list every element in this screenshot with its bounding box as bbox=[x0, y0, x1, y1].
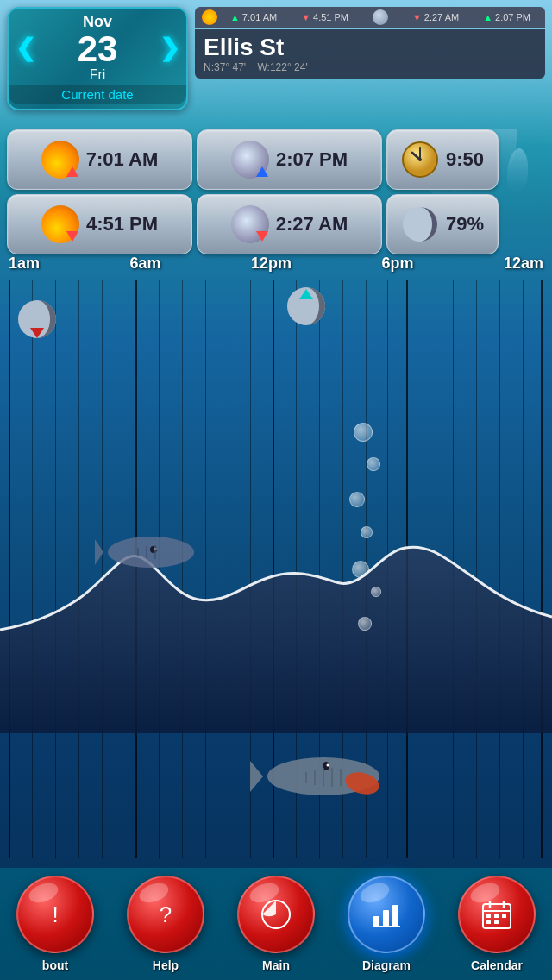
bubble-7 bbox=[358, 617, 372, 631]
diagram-button[interactable] bbox=[348, 876, 425, 953]
current-date-label: Current date bbox=[9, 85, 186, 104]
main-button[interactable] bbox=[237, 876, 315, 953]
svg-point-9 bbox=[418, 158, 422, 161]
timeline-moonrise-icon bbox=[285, 285, 328, 328]
down-arrow-overlay-icon bbox=[66, 231, 78, 242]
bubble-1 bbox=[354, 423, 373, 442]
nav-item-main[interactable]: Main bbox=[237, 876, 315, 972]
svg-rect-42 bbox=[494, 914, 499, 918]
status-times: ▲ 7:01 AM ▼ 4:51 PM ▼ 2:27 AM ▲ 2:07 PM bbox=[223, 9, 538, 25]
bubble-6 bbox=[371, 587, 381, 597]
timeline-12pm: 12pm bbox=[251, 254, 292, 273]
up-arrow2-icon: ▲ bbox=[483, 12, 492, 22]
bubble-4 bbox=[361, 526, 373, 538]
about-icon: ! bbox=[52, 901, 58, 928]
sunset-time: ▼ 4:51 PM bbox=[301, 9, 348, 25]
sunrise-time-text: 7:01 AM bbox=[86, 148, 159, 171]
nav-item-diagram[interactable]: Diagram bbox=[348, 876, 425, 972]
moon-status-icon bbox=[373, 9, 388, 25]
calendar-label: Calendar bbox=[471, 958, 523, 972]
help-button[interactable]: ? bbox=[127, 876, 204, 953]
timeline-6pm: 6pm bbox=[381, 254, 413, 273]
bottom-nav: ! bout ? Help Main bbox=[0, 868, 552, 980]
bubble-2 bbox=[367, 457, 380, 471]
up-arrow-icon: ▲ bbox=[230, 12, 240, 22]
main-label: Main bbox=[262, 958, 290, 972]
diagram-label: Diagram bbox=[362, 958, 411, 972]
help-icon: ? bbox=[160, 901, 172, 928]
calendar-button[interactable] bbox=[458, 876, 536, 953]
svg-rect-41 bbox=[486, 914, 491, 918]
help-label: Help bbox=[153, 958, 179, 972]
next-date-button[interactable]: ❯ bbox=[160, 34, 179, 62]
top-header: ❮ Nov 23 Fri ❯ Current date ▲ 7:01 AM ▼ … bbox=[0, 0, 552, 116]
sunset-icon bbox=[41, 205, 79, 243]
location-bar: Ellis St N:37° 47' W:122° 24' bbox=[195, 29, 545, 79]
moonrise-time-text: 2:07 PM bbox=[276, 148, 348, 171]
moonphase-percent-text: 79% bbox=[446, 213, 484, 236]
about-label: bout bbox=[42, 958, 68, 972]
info-grid: 7:01 AM 2:07 PM bbox=[7, 129, 499, 254]
calendar-icon bbox=[481, 899, 512, 930]
timeline-1am: 1am bbox=[9, 254, 40, 273]
about-button[interactable]: ! bbox=[16, 876, 94, 953]
moonrise-icon bbox=[231, 141, 269, 179]
location-name: Ellis St bbox=[204, 35, 536, 61]
fish-2 bbox=[250, 751, 388, 806]
nav-item-help[interactable]: ? Help bbox=[127, 876, 204, 972]
clock-icon bbox=[401, 141, 439, 179]
timeline-labels: 1am 6am 12pm 6pm 12am bbox=[0, 254, 552, 273]
nav-item-about[interactable]: ! bout bbox=[16, 876, 94, 972]
status-top-bar: ▲ 7:01 AM ▼ 4:51 PM ▼ 2:27 AM ▲ 2:07 PM bbox=[195, 7, 545, 28]
status-bar: ▲ 7:01 AM ▼ 4:51 PM ▼ 2:27 AM ▲ 2:07 PM bbox=[195, 7, 545, 110]
main-icon bbox=[260, 899, 292, 930]
svg-rect-44 bbox=[486, 920, 491, 924]
timeline-12am: 12am bbox=[504, 254, 543, 273]
up-arrow-overlay-icon bbox=[66, 166, 78, 177]
down-arrow-icon: ▼ bbox=[301, 12, 310, 22]
svg-marker-23 bbox=[250, 761, 263, 792]
svg-marker-16 bbox=[95, 539, 104, 565]
moonphase-cell: 79% bbox=[386, 194, 499, 254]
moonrise-time: ▲ 2:07 PM bbox=[483, 9, 530, 25]
diagram-icon bbox=[371, 899, 402, 930]
moon-down-arrow-icon bbox=[256, 231, 268, 242]
svg-rect-33 bbox=[373, 916, 380, 927]
sun-icon bbox=[202, 9, 217, 25]
moonset-icon bbox=[231, 205, 269, 243]
date-weekday: Fri bbox=[78, 67, 118, 83]
prev-date-button[interactable]: ❮ bbox=[16, 34, 35, 62]
date-nav: ❮ Nov 23 Fri ❯ bbox=[9, 13, 186, 83]
moonphase-icon bbox=[401, 205, 439, 243]
svg-rect-34 bbox=[383, 910, 389, 927]
moon-up-arrow-icon bbox=[256, 166, 268, 177]
timeline-moondown-icon bbox=[16, 298, 59, 341]
clock-time-text: 9:50 bbox=[446, 148, 484, 171]
timeline-6am: 6am bbox=[129, 254, 160, 273]
svg-rect-45 bbox=[494, 920, 499, 924]
moonrise-cell: 2:07 PM bbox=[197, 129, 382, 190]
moonset-time-text: 2:27 AM bbox=[276, 213, 348, 236]
down-arrow2-icon: ▼ bbox=[412, 12, 422, 22]
sunset-time-text: 4:51 PM bbox=[86, 213, 158, 236]
sunrise-time: ▲ 7:01 AM bbox=[230, 9, 277, 25]
nav-item-calendar[interactable]: Calendar bbox=[458, 876, 536, 972]
svg-rect-35 bbox=[392, 905, 398, 927]
sunrise-cell: 7:01 AM bbox=[7, 129, 192, 190]
fish-1 bbox=[95, 531, 198, 577]
bubble-3 bbox=[349, 492, 365, 507]
bubble-5 bbox=[352, 561, 369, 578]
clock-cell: 9:50 bbox=[386, 129, 499, 190]
svg-point-15 bbox=[108, 537, 194, 568]
date-day: 23 bbox=[78, 31, 118, 67]
sunset-cell: 4:51 PM bbox=[7, 194, 192, 254]
svg-point-26 bbox=[327, 764, 329, 767]
moonset-cell: 2:27 AM bbox=[197, 194, 382, 254]
moonset-time: ▼ 2:27 AM bbox=[412, 9, 459, 25]
sunrise-icon bbox=[41, 141, 79, 179]
location-coords: N:37° 47' W:122° 24' bbox=[204, 61, 536, 73]
svg-rect-43 bbox=[502, 914, 506, 918]
date-widget[interactable]: ❮ Nov 23 Fri ❯ Current date bbox=[7, 7, 188, 110]
